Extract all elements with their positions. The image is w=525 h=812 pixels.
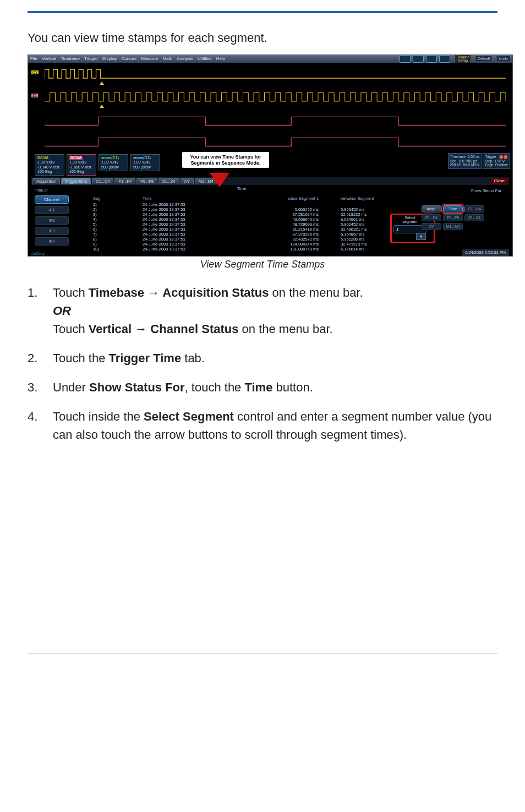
- footer-timestamp: 6/24/2008 6:53:03 PM: [462, 249, 509, 256]
- menu-analysis[interactable]: Analysis: [177, 56, 193, 61]
- waveform-c1: C1: [34, 65, 507, 84]
- table-row: 3)24-June-2008 18:37:5337.581684 ms32.51…: [82, 212, 401, 217]
- app-screenshot: File Vertical Timebase Trigger Display C…: [28, 55, 513, 257]
- waveform-c2: [34, 112, 507, 129]
- ch-box-line: 1.00 V/div: [37, 160, 62, 165]
- ch-box-header: DC1M: [37, 156, 62, 160]
- btn-time[interactable]: Time: [443, 205, 463, 212]
- table-row: 1)24-June-2008 18:37:53: [82, 202, 401, 207]
- toolbar-icon[interactable]: [413, 55, 424, 63]
- channel-box-z2[interactable]: zoom(C2) 1.00 V/div 500 µs/div: [130, 154, 160, 171]
- menu-display[interactable]: Display: [102, 56, 117, 61]
- readout-label: Timebase: [450, 155, 466, 159]
- tab-z1z4[interactable]: Z1...Z4: [158, 178, 179, 184]
- col-time: Time: [143, 196, 231, 201]
- channel-box-z1[interactable]: zoom(C1) 1.00 V/div 500 µs/div: [99, 154, 128, 171]
- if4-pill[interactable]: IF4: [35, 237, 69, 246]
- menu-trigger[interactable]: Trigger: [84, 56, 98, 61]
- waveform-area: C1 Z1: [28, 63, 512, 156]
- tab-c1c4[interactable]: C1...C4: [92, 178, 113, 184]
- toolbar-icon[interactable]: [439, 55, 450, 63]
- brand-label: LeCroy: [31, 251, 45, 256]
- table-row: 6)24-June-2008 18:37:5381.215419 ms32.48…: [82, 227, 401, 232]
- table-row: 9)24-June-2008 18:37:53124.904144 ms32.4…: [82, 242, 401, 247]
- header-rule: [28, 11, 497, 13]
- ch-box-line: 100 Seg: [37, 170, 62, 174]
- undo-chip[interactable]: Undo: [496, 56, 510, 62]
- tab-f1f4[interactable]: F1...F4: [114, 178, 135, 184]
- close-button[interactable]: Close: [491, 178, 508, 184]
- channel-descriptor-row: DC1M 1.00 V/div -3.140 V ofst 100 Seg DC…: [35, 154, 160, 176]
- channel-box-c2[interactable]: DC1M 1.00 V/div -1.880 V ofst 100 Seg: [67, 154, 96, 176]
- trace-label-z1: Z1: [31, 94, 38, 97]
- channel-box-c1[interactable]: DC1M 1.00 V/div -3.140 V ofst 100 Seg: [35, 154, 64, 176]
- if1-pill[interactable]: IF1: [35, 206, 69, 214]
- ch-box-line: -3.140 V ofst: [37, 165, 62, 170]
- status-panel: Time of Channel IF1 IF2 IF3 IF4 Time Seg…: [31, 186, 509, 248]
- channel-pill[interactable]: Channel: [35, 195, 69, 204]
- ch-box-line: 100 Seg: [69, 170, 94, 174]
- panel-center: Time Seg Time since Segment 1 between Se…: [80, 186, 403, 248]
- btn-acqu[interactable]: Acqu.: [422, 205, 441, 212]
- btn-f1f4[interactable]: F1...F4: [422, 214, 441, 221]
- callout-bubble: You can view Time Stamps for Segments in…: [182, 152, 269, 168]
- step-3: Under Show Status For, touch the Time bu…: [28, 378, 497, 396]
- show-status-for-label: Show Status For: [407, 188, 506, 193]
- time-of-label: Time of: [32, 188, 79, 192]
- menu-math[interactable]: Math: [162, 56, 172, 61]
- ch-box-line: 500 µs/div: [101, 165, 125, 170]
- ch-box-line: 1.00 V/div: [69, 160, 94, 165]
- table-headers: Seg Time since Segment 1 between Segment: [82, 196, 401, 201]
- toolbar-icon[interactable]: [400, 55, 411, 63]
- panel-title: Time: [237, 186, 246, 191]
- default-chip[interactable]: Default: [475, 56, 492, 62]
- table-row: 4)24-June-2008 18:37:5343.666646 ms6.084…: [82, 217, 401, 222]
- readout-boxes: Timebase -2.00 ns Seq. 100 500 µs 250 kS…: [448, 153, 510, 169]
- table-row: 8)24-June-2008 18:37:5392.432572 ms5.962…: [82, 237, 401, 242]
- tab-xy[interactable]: XY: [181, 178, 194, 184]
- panel-left: Time of Channel IF1 IF2 IF3 IF4: [31, 186, 80, 248]
- menu-vertical[interactable]: Vertical: [42, 56, 56, 61]
- toolbar-icon[interactable]: [426, 55, 437, 63]
- ch-box-header: DC1M: [69, 156, 83, 160]
- trigger-readout[interactable]: Trigger ⬤⬤ Stop 1.98 V Edge Positive: [483, 153, 510, 169]
- menu-help[interactable]: Help: [216, 56, 225, 61]
- menu-file[interactable]: File: [30, 56, 37, 61]
- table-body: 1)24-June-2008 18:37:532)24-June-2008 18…: [82, 202, 401, 252]
- status-button-grid: Acqu. Time C1...C4 F1...F4 F5...F8 Z1...…: [407, 205, 506, 230]
- col-between: between Segment: [341, 196, 401, 201]
- menu-timebase[interactable]: Timebase: [61, 56, 80, 61]
- if3-pill[interactable]: IF3: [35, 227, 69, 235]
- callout-arrow-icon: [210, 173, 229, 187]
- table-row: 7)24-June-2008 18:37:5387.370286 ms6.154…: [82, 232, 401, 237]
- btn-z1z4[interactable]: Z1...Z4: [464, 214, 484, 221]
- toolbar-icons: [400, 55, 450, 63]
- menu-measure[interactable]: Measure: [141, 56, 158, 61]
- marker-icon: [100, 105, 104, 108]
- col-seg: Seg: [82, 196, 143, 201]
- ch-box-header: zoom(C1): [101, 156, 125, 160]
- tab-f5f8[interactable]: F5...F8: [136, 178, 157, 184]
- ch-box-line: 1.00 V/div: [133, 160, 157, 165]
- waveform-z2: [34, 133, 507, 150]
- steps-list: Touch Timebase → Acquisition Status on t…: [28, 284, 497, 444]
- btn-c1c4[interactable]: C1...C4: [464, 205, 484, 212]
- step-1: Touch Timebase → Acquisition Status on t…: [28, 284, 497, 338]
- tab-trigger-time[interactable]: Trigger time: [61, 178, 91, 184]
- tab-acquisition[interactable]: Acquisition: [32, 178, 60, 184]
- tabstrip: Acquisition Trigger time C1...C4 F1...F4…: [31, 177, 509, 185]
- menu-cursors[interactable]: Cursors: [121, 56, 136, 61]
- col-since: since Segment 1: [231, 196, 341, 201]
- ch-box-line: 500 µs/div: [133, 165, 157, 170]
- menubar: File Vertical Timebase Trigger Display C…: [28, 55, 512, 63]
- timebase-readout[interactable]: Timebase -2.00 ns Seq. 100 500 µs 250 kS…: [448, 153, 482, 169]
- btn-m1m4[interactable]: M1...M4: [443, 223, 463, 230]
- btn-f5f8[interactable]: F5...F8: [443, 214, 463, 221]
- if2-pill[interactable]: IF2: [35, 216, 69, 225]
- ch-box-line: -1.880 V ofst: [69, 165, 94, 170]
- menu-utilities[interactable]: Utilities: [198, 56, 212, 61]
- readout-label: Trigger: [485, 155, 496, 159]
- trace-label-c1: C1: [31, 70, 39, 74]
- btn-xy[interactable]: XY: [422, 223, 441, 230]
- waveform-z1: Z1: [34, 88, 507, 107]
